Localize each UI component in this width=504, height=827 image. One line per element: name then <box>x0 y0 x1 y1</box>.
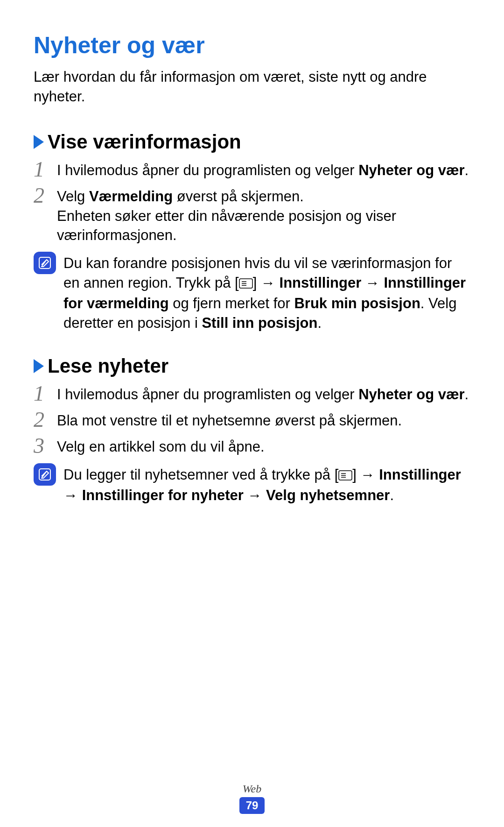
note-box: Du kan forandre posisjonen hvis du vil s… <box>34 252 470 332</box>
chevron-icon <box>34 359 44 373</box>
step-text: Bla mot venstre til et nyhetsemne øverst… <box>57 408 402 431</box>
note-text: Du legger til nyhetsemner ved å trykke p… <box>57 463 470 505</box>
step-number: 3 <box>34 434 57 457</box>
step-1: 1 I hvilemodus åpner du programlisten og… <box>34 158 470 180</box>
note-icon-wrapper <box>34 252 57 274</box>
note-icon <box>34 463 56 486</box>
step-3: 3 Velg en artikkel som du vil åpne. <box>34 434 470 457</box>
subheading-weather: Vise værinformasjon <box>34 131 470 153</box>
menu-key-icon <box>338 466 352 486</box>
step-2: 2 Velg Værmelding øverst på skjermen. En… <box>34 184 470 246</box>
note-icon <box>34 252 56 274</box>
step-text: I hvilemodus åpner du programlisten og v… <box>57 382 469 404</box>
subheading-text: Vise værinformasjon <box>48 131 241 153</box>
subheading-news: Lese nyheter <box>34 355 470 377</box>
step-1: 1 I hvilemodus åpner du programlisten og… <box>34 382 470 404</box>
step-number: 2 <box>34 408 57 431</box>
menu-key-icon <box>239 274 253 294</box>
step-number: 1 <box>34 158 57 180</box>
note-text: Du kan forandre posisjonen hvis du vil s… <box>57 252 470 332</box>
chevron-icon <box>34 135 44 149</box>
page-title: Nyheter og vær <box>34 32 470 59</box>
step-text: Velg en artikkel som du vil åpne. <box>57 434 265 457</box>
page-footer: Web 79 <box>0 783 504 814</box>
note-box: Du legger til nyhetsemner ved å trykke p… <box>34 463 470 505</box>
intro-text: Lær hvordan du får informasjon om været,… <box>34 67 470 106</box>
step-number: 1 <box>34 382 57 404</box>
page-number-badge: 79 <box>239 797 265 814</box>
step-number: 2 <box>34 184 57 206</box>
subheading-text: Lese nyheter <box>48 355 168 377</box>
note-icon-wrapper <box>34 463 57 486</box>
step-text: I hvilemodus åpner du programlisten og v… <box>57 158 469 180</box>
step-text: Velg Værmelding øverst på skjermen. Enhe… <box>57 184 470 246</box>
step-2: 2 Bla mot venstre til et nyhetsemne øver… <box>34 408 470 431</box>
footer-category: Web <box>0 783 504 795</box>
